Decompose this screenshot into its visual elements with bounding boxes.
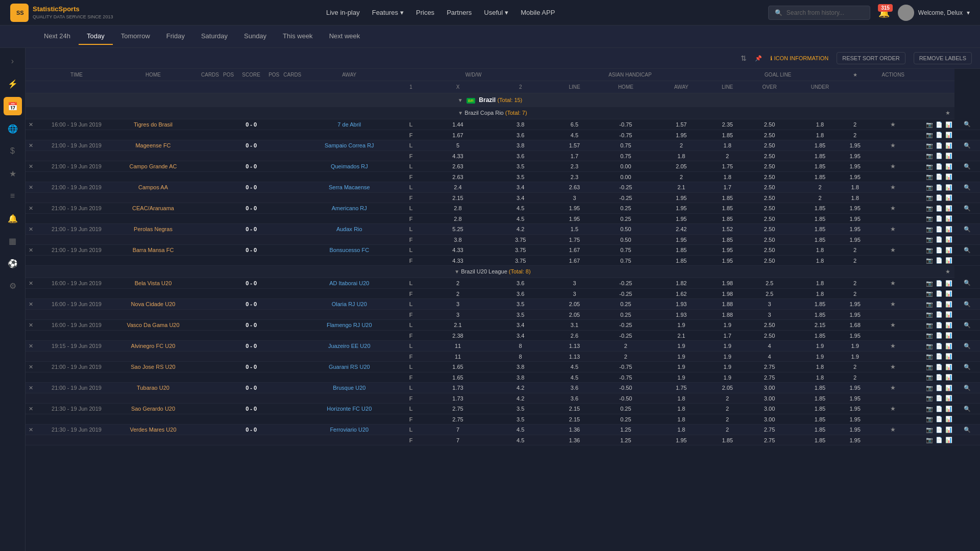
ah-away-l[interactable]: 1.7 <box>708 182 747 193</box>
document-icon[interactable]: 📄 <box>936 427 943 433</box>
zoom-icon[interactable]: 🔍 <box>964 280 971 286</box>
gl-under-l[interactable]: 1.95 <box>847 299 862 310</box>
sidebar-item-star[interactable]: ★ <box>4 164 22 183</box>
reset-sort-button[interactable]: RESET SORT ORDER <box>837 52 905 64</box>
wdwX-l[interactable]: 3.4 <box>489 182 552 193</box>
gl-under-l[interactable]: 1.95 <box>847 140 862 151</box>
gl-under-l[interactable]: 1.95 <box>847 404 862 414</box>
wdw1-f[interactable]: 2.38 <box>427 331 489 341</box>
chart-icon-f[interactable]: 📊 <box>945 215 952 221</box>
gl-under-f[interactable]: 1.95 <box>847 214 862 224</box>
sidebar-item-settings[interactable]: ⚙ <box>4 277 22 295</box>
gl-over-l[interactable]: 1.9 <box>793 341 848 352</box>
subsection-star-icon[interactable]: ★ <box>945 268 950 275</box>
ah-away-l[interactable]: 1.98 <box>708 278 747 289</box>
sidebar-item-dollar[interactable]: $ <box>4 142 22 160</box>
home-team[interactable]: Sao Gerardo U20 <box>107 404 199 414</box>
row-star[interactable]: ★ <box>863 383 924 393</box>
zoom-icon[interactable]: 🔍 <box>964 385 971 391</box>
instagram-icon-f[interactable]: 📷 <box>926 173 933 180</box>
instagram-icon[interactable]: 📷 <box>926 184 933 190</box>
wdw1-l[interactable]: 2.8 <box>427 203 489 214</box>
chart-icon-f[interactable]: 📊 <box>945 194 952 201</box>
gl-under-f[interactable]: 2 <box>847 372 862 383</box>
zoom-icon[interactable]: 🔍 <box>964 364 971 370</box>
home-team[interactable]: Tigres do Brasil <box>107 119 199 130</box>
wdw2-f[interactable]: 2.15 <box>552 414 597 424</box>
wdwX-f[interactable]: 3.4 <box>489 331 552 341</box>
gl-under-l[interactable]: 1.68 <box>847 320 862 331</box>
ah-away-l[interactable]: 1.75 <box>708 161 747 172</box>
document-icon-f[interactable]: 📄 <box>936 153 943 159</box>
home-team[interactable]: Tubarao U20 <box>107 383 199 393</box>
gl-over-l[interactable]: 1.85 <box>793 224 848 235</box>
away-team[interactable]: Audax Rio <box>303 224 395 235</box>
document-icon[interactable]: 📄 <box>936 301 943 307</box>
zoom-cell[interactable]: 🔍 <box>954 119 980 130</box>
row-star[interactable]: ★ <box>863 203 924 214</box>
wdwX-l[interactable]: 3.6 <box>489 278 552 289</box>
wdwX-f[interactable]: 3.6 <box>489 130 552 140</box>
gl-under-f[interactable]: 1.95 <box>847 435 862 445</box>
zoom-cell[interactable]: 🔍 <box>954 161 980 172</box>
document-icon-f[interactable]: 📄 <box>936 416 943 422</box>
zoom-cell[interactable]: 🔍 <box>954 341 980 352</box>
gl-over-f[interactable]: 1.8 <box>793 372 848 383</box>
gl-under-f[interactable]: 1.95 <box>847 393 862 404</box>
remove-labels-button[interactable]: REMOVE LABELS <box>914 52 972 64</box>
wdw2-f[interactable]: 1.67 <box>552 256 597 266</box>
instagram-icon[interactable]: 📷 <box>926 163 933 169</box>
instagram-icon[interactable]: 📷 <box>926 364 933 370</box>
ah-home-f[interactable]: 1.8 <box>654 393 708 404</box>
document-icon-f[interactable]: 📄 <box>936 332 943 338</box>
section-collapse-btn[interactable]: ▼ <box>458 97 463 103</box>
sidebar-item-arrow[interactable]: › <box>4 52 22 70</box>
gl-over-l[interactable]: 1.85 <box>793 404 848 414</box>
chart-icon[interactable]: 📊 <box>945 406 952 412</box>
ah-home-f[interactable]: 1.9 <box>654 372 708 383</box>
gl-under-f[interactable]: 1.95 <box>847 331 862 341</box>
chart-icon[interactable]: 📊 <box>945 184 952 190</box>
wdw1-f[interactable]: 11 <box>427 352 489 362</box>
ah-away-l[interactable]: 1.52 <box>708 224 747 235</box>
zoom-icon[interactable]: 🔍 <box>964 121 971 127</box>
chart-icon-f[interactable]: 📊 <box>945 395 952 401</box>
wdw1-l[interactable]: 3 <box>427 299 489 310</box>
chart-icon[interactable]: 📊 <box>945 322 952 328</box>
ah-away-f[interactable]: 1.85 <box>708 435 747 445</box>
away-team[interactable]: Juazeiro EE U20 <box>303 341 395 352</box>
wdw1-f[interactable]: 2 <box>427 289 489 299</box>
gl-over-l[interactable]: 1.8 <box>793 245 848 256</box>
instagram-icon[interactable]: 📷 <box>926 427 933 433</box>
gl-under-l[interactable]: 2 <box>847 245 862 256</box>
zoom-cell[interactable]: 🔍 <box>954 362 980 372</box>
gl-under-l[interactable]: 2 <box>847 362 862 372</box>
wdw2-l[interactable]: 1.36 <box>552 424 597 435</box>
gl-under-l[interactable]: 1.95 <box>847 424 862 435</box>
gl-under-l[interactable]: 1.8 <box>847 182 862 193</box>
row-close[interactable]: ✕ <box>26 299 36 310</box>
row-star[interactable]: ★ <box>863 224 924 235</box>
wdw1-f[interactable]: 1.73 <box>427 393 489 404</box>
wdwX-l[interactable]: 3.8 <box>489 140 552 151</box>
wdwX-f[interactable]: 3.75 <box>489 235 552 245</box>
document-icon[interactable]: 📄 <box>936 280 943 286</box>
gl-under-l[interactable]: 1.9 <box>847 341 862 352</box>
document-icon[interactable]: 📄 <box>936 226 943 232</box>
zoom-icon[interactable]: 🔍 <box>964 247 971 253</box>
chart-icon[interactable]: 📊 <box>945 385 952 391</box>
tab-tomorrow[interactable]: Tomorrow <box>113 28 158 45</box>
instagram-icon[interactable]: 📷 <box>926 343 933 349</box>
ah-away-f[interactable]: 2 <box>708 151 747 161</box>
document-icon-f[interactable]: 📄 <box>936 311 943 317</box>
ah-home-l[interactable]: 1.9 <box>654 341 708 352</box>
chart-icon[interactable]: 📊 <box>945 205 952 211</box>
wdw1-f[interactable]: 2.63 <box>427 172 489 182</box>
document-icon-f[interactable]: 📄 <box>936 290 943 296</box>
wdw1-l[interactable]: 2.4 <box>427 182 489 193</box>
wdwX-l[interactable]: 3.4 <box>489 320 552 331</box>
document-icon[interactable]: 📄 <box>936 247 943 253</box>
away-team[interactable]: Queimados RJ <box>303 161 395 172</box>
chart-icon-f[interactable]: 📊 <box>945 236 952 242</box>
sidebar-item-soccer[interactable]: ⚽ <box>4 254 22 272</box>
